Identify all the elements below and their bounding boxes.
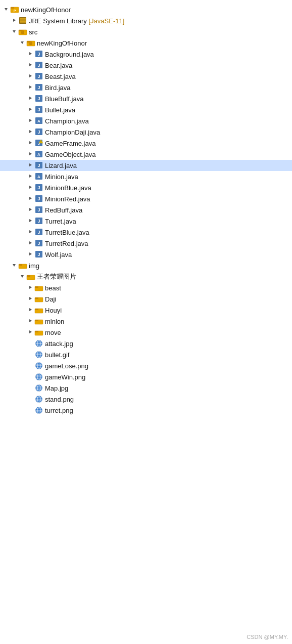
tree-item-label: img: [29, 262, 292, 270]
tree-item[interactable]: J Background.java: [0, 49, 292, 60]
tree-arrow[interactable]: [26, 151, 34, 157]
tree-item[interactable]: J Lizard.java: [0, 160, 292, 171]
svg-marker-55: [29, 175, 32, 178]
file-icon: J: [34, 61, 43, 69]
tree-item[interactable]: A GameObject.java: [0, 149, 292, 160]
tree-item[interactable]: img: [0, 260, 292, 271]
tree-arrow[interactable]: [26, 84, 34, 91]
tree-arrow[interactable]: [26, 129, 34, 135]
svg-marker-73: [29, 241, 32, 244]
file-icon: J: [34, 206, 43, 214]
tree-arrow[interactable]: [26, 118, 34, 124]
svg-marker-0: [5, 8, 8, 11]
tree-item[interactable]: J Bear.java: [0, 60, 292, 71]
tree-arrow[interactable]: [18, 274, 26, 280]
tree-item[interactable]: src: [0, 26, 292, 37]
tree-item-label: TurretBlue.java: [45, 229, 292, 236]
tree-item[interactable]: turret.png: [0, 405, 292, 416]
tree-item[interactable]: bullet.gif: [0, 349, 292, 360]
file-icon: [34, 306, 43, 314]
tree-arrow[interactable]: [18, 40, 26, 46]
tree-item-label: Houyi: [45, 307, 292, 314]
tree-item-label: Bear.java: [45, 62, 292, 69]
tree-item-label: 王者荣耀图片: [37, 272, 292, 281]
file-icon: [18, 262, 27, 270]
svg-marker-85: [29, 286, 32, 289]
tree-arrow[interactable]: [10, 18, 18, 24]
tree-item[interactable]: stand.png: [0, 394, 292, 405]
tree-item-label: Bullet.java: [45, 106, 292, 114]
tree-item[interactable]: J ChampionDaji.java: [0, 126, 292, 138]
tree-arrow[interactable]: [26, 73, 34, 79]
svg-text:J: J: [37, 241, 40, 246]
tree-arrow[interactable]: [26, 51, 34, 57]
tree-item[interactable]: A Minion.java: [0, 171, 292, 182]
tree-item[interactable]: J ! GameFrame.java: [0, 138, 292, 149]
tree-item[interactable]: J Bird.java: [0, 82, 292, 93]
tree-item[interactable]: A Champion.java: [0, 115, 292, 126]
svg-marker-70: [29, 230, 32, 233]
tree-arrow[interactable]: [26, 185, 34, 191]
tree-arrow[interactable]: [26, 329, 34, 335]
tree-arrow[interactable]: [26, 229, 34, 235]
tree-item[interactable]: J MinionBlue.java: [0, 182, 292, 193]
tree-item[interactable]: Daji: [0, 293, 292, 305]
tree-arrow[interactable]: [26, 251, 34, 257]
tree-item[interactable]: J Turret.java: [0, 216, 292, 227]
file-icon: [34, 373, 43, 381]
tree-arrow[interactable]: [26, 196, 34, 202]
svg-rect-96: [35, 320, 38, 321]
tree-arrow[interactable]: [26, 174, 34, 180]
tree-item[interactable]: J TurretRed.java: [0, 238, 292, 249]
tree-item[interactable]: beast: [0, 282, 292, 293]
svg-marker-38: [29, 119, 32, 122]
tree-item-label: gameLose.png: [45, 362, 292, 370]
tree-item[interactable]: JRE System Library [JavaSE-11]: [0, 15, 292, 26]
tree-item[interactable]: move: [0, 327, 292, 338]
tree-arrow[interactable]: [26, 285, 34, 291]
tree-arrow[interactable]: [26, 218, 34, 224]
tree-arrow[interactable]: [2, 7, 10, 13]
svg-marker-4: [13, 19, 16, 22]
tree-item[interactable]: gameLose.png: [0, 360, 292, 371]
tree-arrow[interactable]: [10, 263, 18, 269]
tree-arrow[interactable]: [26, 207, 34, 213]
tree-item[interactable]: J Bullet.java: [0, 104, 292, 115]
tree-item[interactable]: J Wolf.java: [0, 249, 292, 260]
file-icon: [34, 395, 43, 403]
svg-text:J: J: [37, 185, 40, 190]
tree-item[interactable]: J TurretBlue.java: [0, 227, 292, 238]
tree-item-label: Turret.java: [45, 218, 292, 225]
tree-arrow[interactable]: [10, 29, 18, 35]
svg-text:J: J: [37, 219, 40, 224]
tree-item[interactable]: gameWin.png: [0, 371, 292, 382]
tree-item-label: RedBuff.java: [45, 206, 292, 214]
tree-item[interactable]: P newKingOfHonor: [0, 4, 292, 15]
tree-arrow[interactable]: [26, 96, 34, 102]
tree-item[interactable]: J BlueBuff.java: [0, 93, 292, 104]
tree-item[interactable]: newKingOfHonor: [0, 37, 292, 49]
tree-item[interactable]: Map.jpg: [0, 382, 292, 394]
svg-rect-2: [11, 7, 14, 9]
tree-arrow[interactable]: [26, 107, 34, 113]
svg-rect-84: [27, 275, 30, 277]
tree-item[interactable]: Houyi: [0, 305, 292, 316]
tree-item[interactable]: J MinionRed.java: [0, 193, 292, 204]
tree-item[interactable]: attack.jpg: [0, 338, 292, 349]
tree-item[interactable]: J RedBuff.java: [0, 204, 292, 216]
file-icon: [34, 317, 43, 325]
watermark: CSDN @MY.MY.: [247, 634, 288, 640]
tree-item[interactable]: minion: [0, 316, 292, 327]
tree-arrow[interactable]: [26, 318, 34, 324]
file-icon: [34, 362, 43, 370]
tree-item-label: Background.java: [45, 51, 292, 58]
tree-arrow[interactable]: [26, 240, 34, 246]
tree-arrow[interactable]: [26, 296, 34, 302]
tree-arrow[interactable]: [26, 140, 34, 146]
tree-arrow[interactable]: [26, 162, 34, 168]
tree-arrow[interactable]: [26, 62, 34, 68]
tree-arrow[interactable]: [26, 307, 34, 313]
tree-item[interactable]: 王者荣耀图片: [0, 271, 292, 282]
file-icon: [34, 384, 43, 392]
tree-item[interactable]: J Beast.java: [0, 71, 292, 82]
